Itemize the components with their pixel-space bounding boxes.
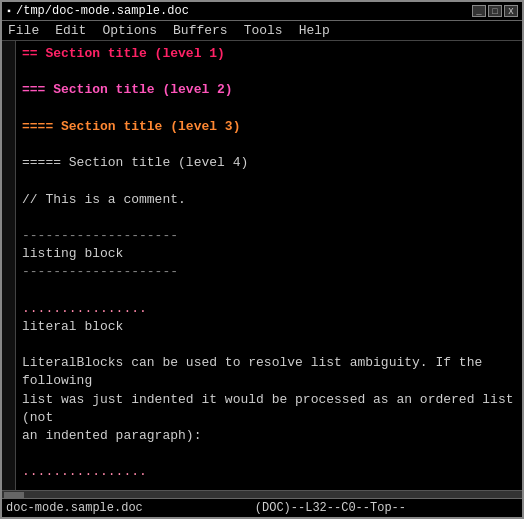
maximize-button[interactable]: □ <box>488 5 502 17</box>
section-title-2: === Section title (level 2) <box>22 81 516 99</box>
literal-block-start: ................ <box>22 300 516 318</box>
section-title-3: ==== Section title (level 3) <box>22 118 516 136</box>
menu-options[interactable]: Options <box>100 23 159 38</box>
menu-help[interactable]: Help <box>297 23 332 38</box>
title-icon: ▪ <box>6 6 12 17</box>
menu-tools[interactable]: Tools <box>242 23 285 38</box>
blank-line <box>22 136 516 154</box>
blank-line <box>22 172 516 190</box>
status-filename: doc-mode.sample.doc <box>6 501 143 515</box>
blank-line <box>22 100 516 118</box>
menu-buffers[interactable]: Buffers <box>171 23 230 38</box>
literal-block-end: ................ <box>22 463 516 481</box>
title-bar-left: ▪ /tmp/doc-mode.sample.doc <box>6 4 189 18</box>
title-bar-controls: _ □ X <box>472 5 518 17</box>
literal-block-label: literal block <box>22 318 516 336</box>
blank-line <box>22 482 516 491</box>
close-button[interactable]: X <box>504 5 518 17</box>
line-gutter <box>2 41 16 490</box>
status-bar: doc-mode.sample.doc (DOC)--L32--C0--Top-… <box>2 498 522 517</box>
scrollbar-thumb[interactable] <box>4 492 24 498</box>
blank-line <box>22 336 516 354</box>
comment-line: // This is a comment. <box>22 191 516 209</box>
literal-block-description: LiteralBlocks can be used to resolve lis… <box>22 354 516 445</box>
menu-edit[interactable]: Edit <box>53 23 88 38</box>
app-window: ▪ /tmp/doc-mode.sample.doc _ □ X File Ed… <box>0 0 524 519</box>
listing-block-label: listing block <box>22 245 516 263</box>
editor-area: == Section title (level 1) === Section t… <box>2 41 522 490</box>
status-position: (DOC)--L32--C0--Top-- <box>255 501 406 515</box>
menu-bar: File Edit Options Buffers Tools Help <box>2 21 522 41</box>
section-title-1: == Section title (level 1) <box>22 45 516 63</box>
listing-block-start: -------------------- <box>22 227 516 245</box>
section-title-4: ===== Section title (level 4) <box>22 154 516 172</box>
blank-line <box>22 63 516 81</box>
blank-line <box>22 281 516 299</box>
status-left: doc-mode.sample.doc <box>6 501 143 515</box>
title-bar: ▪ /tmp/doc-mode.sample.doc _ □ X <box>2 2 522 21</box>
window-title: /tmp/doc-mode.sample.doc <box>16 4 189 18</box>
blank-line <box>22 445 516 463</box>
blank-line <box>22 209 516 227</box>
listing-block-end: -------------------- <box>22 263 516 281</box>
horizontal-scrollbar[interactable] <box>2 490 522 498</box>
minimize-button[interactable]: _ <box>472 5 486 17</box>
content-area[interactable]: == Section title (level 1) === Section t… <box>16 41 522 490</box>
menu-file[interactable]: File <box>6 23 41 38</box>
